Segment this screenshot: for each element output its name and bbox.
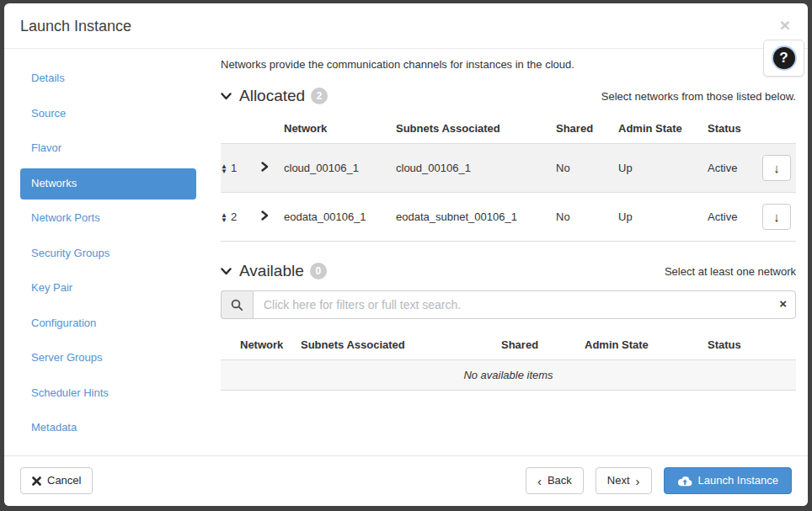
cell-shared: No	[556, 144, 618, 193]
sidebar-item-configuration[interactable]: Configuration	[20, 308, 196, 339]
available-table: Network Subnets Associated Shared Admin …	[221, 332, 796, 391]
allocated-section-header: Allocated 2 Select networks from those l…	[221, 87, 796, 105]
sidebar-item-details[interactable]: Details	[20, 63, 196, 94]
header-status: Status	[708, 332, 796, 360]
cell-admin-state: Up	[618, 144, 708, 193]
search-input[interactable]	[253, 290, 796, 319]
cell-network: cloud_00106_1	[284, 144, 396, 193]
allocated-hint: Select networks from those listed below.	[601, 90, 796, 103]
sidebar-item-scheduler-hints[interactable]: Scheduler Hints	[20, 378, 196, 409]
allocated-row-1: ▲ ▼ 1 cloud_00106_1 cloud_00106_1 No	[221, 144, 796, 193]
filter-search-bar: ×	[221, 290, 796, 319]
deallocate-button[interactable]: ↓	[762, 155, 791, 181]
empty-message: No available items	[221, 360, 796, 391]
sidebar-item-source[interactable]: Source	[20, 98, 196, 130]
allocated-title: Allocated	[239, 87, 305, 105]
wizard-sidebar: Details Source Flavor Networks Network P…	[4, 49, 221, 455]
arrow-down-icon: ↓	[773, 161, 780, 175]
sidebar-item-server-groups[interactable]: Server Groups	[20, 343, 196, 374]
launch-instance-modal: Launch Instance × ? Details Source Flavo…	[4, 3, 808, 506]
sidebar-item-key-pair[interactable]: Key Pair	[20, 273, 196, 304]
chevron-left-icon: ‹	[537, 475, 542, 487]
drag-handle-icon[interactable]: ▲ ▼	[221, 213, 227, 223]
allocated-row-2: ▲ ▼ 2 eodata_00106_1 eodata_subnet_00106…	[221, 193, 796, 242]
clear-search-icon[interactable]: ×	[779, 297, 787, 310]
sidebar-item-flavor[interactable]: Flavor	[20, 133, 196, 164]
available-title: Available	[239, 262, 304, 280]
question-icon: ?	[773, 47, 795, 69]
available-collapse-toggle[interactable]: Available	[221, 262, 304, 280]
cell-status: Active	[708, 193, 762, 242]
chevron-right-icon[interactable]	[261, 210, 269, 221]
dialog-body: Details Source Flavor Networks Network P…	[4, 49, 808, 455]
modal-title: Launch Instance	[20, 18, 131, 35]
modal-header: Launch Instance ×	[4, 3, 808, 49]
cloud-upload-icon	[677, 476, 692, 487]
available-section-header: Available 0 Select at least one network	[221, 262, 796, 280]
sidebar-item-networks[interactable]: Networks	[20, 168, 196, 200]
x-icon	[32, 476, 41, 486]
header-shared: Shared	[501, 332, 585, 360]
chevron-right-icon[interactable]	[261, 162, 269, 172]
close-icon[interactable]: ×	[780, 16, 790, 34]
help-button[interactable]: ?	[763, 40, 804, 77]
step-description: Networks provide the communication chann…	[221, 58, 796, 71]
networks-step-content: Networks provide the communication chann…	[221, 49, 808, 455]
chevron-right-icon: ›	[636, 475, 640, 487]
back-button[interactable]: ‹ Back	[526, 467, 584, 494]
header-status: Status	[708, 116, 762, 144]
next-button[interactable]: Next ›	[596, 467, 652, 494]
search-icon	[221, 290, 253, 319]
header-actions	[762, 116, 796, 144]
available-header-row: Network Subnets Associated Shared Admin …	[221, 332, 796, 360]
chevron-down-icon	[221, 268, 232, 275]
row-index: 2	[231, 210, 237, 223]
cell-subnets: eodata_subnet_00106_1	[396, 193, 556, 242]
header-drag	[221, 116, 261, 144]
allocated-header-row: Network Subnets Associated Shared Admin …	[221, 116, 796, 144]
sidebar-item-metadata[interactable]: Metadata	[20, 413, 196, 444]
sidebar-item-security-groups[interactable]: Security Groups	[20, 238, 196, 269]
allocated-collapse-toggle[interactable]: Allocated	[221, 87, 305, 105]
header-admin-state: Admin State	[585, 332, 708, 360]
header-shared: Shared	[556, 116, 618, 144]
header-expand	[261, 116, 284, 144]
header-subnets: Subnets Associated	[301, 332, 501, 360]
available-hint: Select at least one network	[665, 265, 796, 278]
header-subnets: Subnets Associated	[396, 116, 556, 144]
sidebar-item-network-ports[interactable]: Network Ports	[20, 203, 196, 234]
cell-subnets: cloud_00106_1	[396, 144, 556, 193]
row-index: 1	[231, 162, 237, 174]
cell-network: eodata_00106_1	[284, 193, 396, 242]
modal-footer: Cancel ‹ Back Next › Launch Instance	[4, 455, 808, 506]
header-network: Network	[284, 116, 396, 144]
allocated-table: Network Subnets Associated Shared Admin …	[221, 116, 796, 242]
cell-admin-state: Up	[618, 193, 708, 242]
available-count-badge: 0	[310, 263, 327, 279]
cancel-button[interactable]: Cancel	[20, 467, 93, 494]
cell-shared: No	[556, 193, 618, 242]
empty-row: No available items	[221, 360, 796, 391]
launch-instance-button[interactable]: Launch Instance	[664, 467, 792, 494]
header-network: Network	[221, 332, 301, 360]
header-admin-state: Admin State	[618, 116, 708, 144]
chevron-down-icon	[221, 93, 232, 100]
drag-handle-icon[interactable]: ▲ ▼	[221, 164, 227, 174]
allocated-count-badge: 2	[311, 88, 328, 104]
cell-status: Active	[708, 144, 762, 193]
deallocate-button[interactable]: ↓	[762, 204, 791, 230]
arrow-down-icon: ↓	[773, 210, 780, 224]
